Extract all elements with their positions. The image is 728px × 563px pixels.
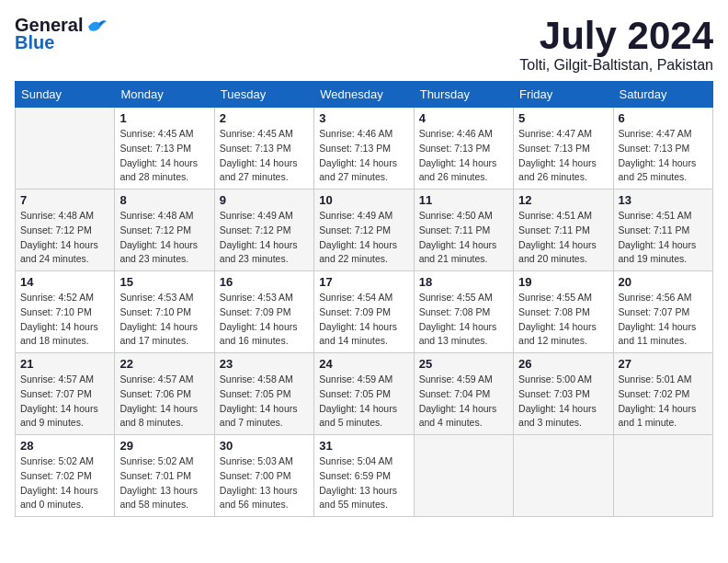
day-info: Sunrise: 4:47 AMSunset: 7:13 PMDaylight:…: [518, 127, 608, 185]
header-saturday: Saturday: [613, 82, 712, 108]
day-info: Sunrise: 4:46 AMSunset: 7:13 PMDaylight:…: [319, 127, 408, 185]
calendar-cell: 17Sunrise: 4:54 AMSunset: 7:09 PMDayligh…: [314, 271, 414, 353]
calendar-cell: 22Sunrise: 4:57 AMSunset: 7:06 PMDayligh…: [115, 353, 214, 435]
day-number: 2: [220, 111, 309, 125]
day-number: 5: [518, 111, 608, 125]
calendar-cell: 26Sunrise: 5:00 AMSunset: 7:03 PMDayligh…: [514, 353, 613, 435]
calendar-cell: 31Sunrise: 5:04 AMSunset: 6:59 PMDayligh…: [314, 435, 414, 517]
day-number: 30: [220, 439, 309, 453]
day-info: Sunrise: 4:57 AMSunset: 7:07 PMDaylight:…: [20, 373, 109, 431]
day-info: Sunrise: 4:55 AMSunset: 7:08 PMDaylight:…: [419, 291, 508, 349]
day-info: Sunrise: 4:56 AMSunset: 7:07 PMDaylight:…: [619, 291, 708, 349]
day-number: 15: [119, 275, 209, 289]
day-number: 25: [419, 357, 508, 371]
day-number: 28: [20, 439, 109, 453]
logo-blue-text: Blue: [15, 32, 54, 53]
header-monday: Monday: [115, 82, 214, 108]
day-number: 24: [319, 357, 408, 371]
calendar-cell: 29Sunrise: 5:02 AMSunset: 7:01 PMDayligh…: [115, 435, 214, 517]
logo-bird-icon: [86, 17, 107, 34]
calendar-week-row: 21Sunrise: 4:57 AMSunset: 7:07 PMDayligh…: [16, 353, 713, 435]
day-number: 9: [220, 193, 309, 207]
calendar-cell: 19Sunrise: 4:55 AMSunset: 7:08 PMDayligh…: [514, 271, 613, 353]
day-info: Sunrise: 4:48 AMSunset: 7:12 PMDaylight:…: [119, 209, 209, 267]
month-title: July 2024: [519, 15, 713, 57]
day-number: 22: [119, 357, 209, 371]
calendar-cell: 13Sunrise: 4:51 AMSunset: 7:11 PMDayligh…: [613, 190, 712, 271]
calendar-cell: 24Sunrise: 4:59 AMSunset: 7:05 PMDayligh…: [314, 353, 414, 435]
calendar-cell: 14Sunrise: 4:52 AMSunset: 7:10 PMDayligh…: [16, 271, 115, 353]
calendar-week-row: 1Sunrise: 4:45 AMSunset: 7:13 PMDaylight…: [16, 108, 713, 190]
day-info: Sunrise: 4:54 AMSunset: 7:09 PMDaylight:…: [319, 291, 408, 349]
weekday-header-row: Sunday Monday Tuesday Wednesday Thursday…: [16, 82, 713, 108]
calendar-cell: 1Sunrise: 4:45 AMSunset: 7:13 PMDaylight…: [115, 108, 214, 190]
calendar-cell: 12Sunrise: 4:51 AMSunset: 7:11 PMDayligh…: [514, 190, 613, 271]
header-thursday: Thursday: [414, 82, 513, 108]
calendar-table: Sunday Monday Tuesday Wednesday Thursday…: [15, 81, 713, 517]
calendar-cell: 2Sunrise: 4:45 AMSunset: 7:13 PMDaylight…: [214, 108, 313, 190]
logo: General Blue: [15, 15, 107, 53]
calendar-cell: [414, 435, 513, 517]
day-info: Sunrise: 5:00 AMSunset: 7:03 PMDaylight:…: [518, 373, 608, 431]
title-area: July 2024 Tolti, Gilgit-Baltistan, Pakis…: [519, 15, 713, 74]
calendar-cell: 23Sunrise: 4:58 AMSunset: 7:05 PMDayligh…: [214, 353, 313, 435]
calendar-cell: 9Sunrise: 4:49 AMSunset: 7:12 PMDaylight…: [214, 190, 313, 271]
page-container: General Blue July 2024 Tolti, Gilgit-Bal…: [15, 15, 713, 517]
day-number: 4: [419, 111, 508, 125]
calendar-week-row: 14Sunrise: 4:52 AMSunset: 7:10 PMDayligh…: [16, 271, 713, 353]
day-number: 13: [619, 193, 708, 207]
calendar-cell: 27Sunrise: 5:01 AMSunset: 7:02 PMDayligh…: [613, 353, 712, 435]
day-info: Sunrise: 4:58 AMSunset: 7:05 PMDaylight:…: [220, 373, 309, 431]
calendar-week-row: 28Sunrise: 5:02 AMSunset: 7:02 PMDayligh…: [16, 435, 713, 517]
day-info: Sunrise: 5:01 AMSunset: 7:02 PMDaylight:…: [619, 373, 708, 431]
day-number: 17: [319, 275, 408, 289]
day-number: 3: [319, 111, 408, 125]
day-info: Sunrise: 5:02 AMSunset: 7:02 PMDaylight:…: [20, 454, 109, 512]
calendar-cell: 21Sunrise: 4:57 AMSunset: 7:07 PMDayligh…: [16, 353, 115, 435]
day-number: 1: [119, 111, 209, 125]
day-number: 12: [518, 193, 608, 207]
day-number: 11: [419, 193, 508, 207]
calendar-cell: 8Sunrise: 4:48 AMSunset: 7:12 PMDaylight…: [115, 190, 214, 271]
day-info: Sunrise: 4:53 AMSunset: 7:09 PMDaylight:…: [220, 291, 309, 349]
day-number: 21: [20, 357, 109, 371]
calendar-cell: [613, 435, 712, 517]
calendar-cell: [514, 435, 613, 517]
calendar-cell: 30Sunrise: 5:03 AMSunset: 7:00 PMDayligh…: [214, 435, 313, 517]
day-info: Sunrise: 4:51 AMSunset: 7:11 PMDaylight:…: [518, 209, 608, 267]
day-info: Sunrise: 4:59 AMSunset: 7:05 PMDaylight:…: [319, 373, 408, 431]
day-info: Sunrise: 5:02 AMSunset: 7:01 PMDaylight:…: [119, 454, 209, 512]
calendar-cell: 25Sunrise: 4:59 AMSunset: 7:04 PMDayligh…: [414, 353, 513, 435]
day-number: 26: [518, 357, 608, 371]
day-info: Sunrise: 4:57 AMSunset: 7:06 PMDaylight:…: [119, 373, 209, 431]
day-number: 8: [119, 193, 209, 207]
day-info: Sunrise: 4:47 AMSunset: 7:13 PMDaylight:…: [619, 127, 708, 185]
day-info: Sunrise: 4:52 AMSunset: 7:10 PMDaylight:…: [20, 291, 109, 349]
day-info: Sunrise: 4:49 AMSunset: 7:12 PMDaylight:…: [319, 209, 408, 267]
day-number: 14: [20, 275, 109, 289]
day-number: 18: [419, 275, 508, 289]
header: General Blue July 2024 Tolti, Gilgit-Bal…: [15, 15, 713, 74]
calendar-cell: 10Sunrise: 4:49 AMSunset: 7:12 PMDayligh…: [314, 190, 414, 271]
calendar-cell: 16Sunrise: 4:53 AMSunset: 7:09 PMDayligh…: [214, 271, 313, 353]
day-number: 7: [20, 193, 109, 207]
header-wednesday: Wednesday: [314, 82, 414, 108]
day-number: 19: [518, 275, 608, 289]
day-info: Sunrise: 4:51 AMSunset: 7:11 PMDaylight:…: [619, 209, 708, 267]
header-friday: Friday: [514, 82, 613, 108]
day-info: Sunrise: 4:50 AMSunset: 7:11 PMDaylight:…: [419, 209, 508, 267]
location: Tolti, Gilgit-Baltistan, Pakistan: [519, 57, 713, 74]
calendar-cell: 15Sunrise: 4:53 AMSunset: 7:10 PMDayligh…: [115, 271, 214, 353]
day-info: Sunrise: 4:46 AMSunset: 7:13 PMDaylight:…: [419, 127, 508, 185]
calendar-cell: 18Sunrise: 4:55 AMSunset: 7:08 PMDayligh…: [414, 271, 513, 353]
day-number: 10: [319, 193, 408, 207]
day-info: Sunrise: 5:04 AMSunset: 6:59 PMDaylight:…: [319, 454, 408, 512]
header-sunday: Sunday: [16, 82, 115, 108]
day-info: Sunrise: 4:49 AMSunset: 7:12 PMDaylight:…: [220, 209, 309, 267]
calendar-cell: [16, 108, 115, 190]
day-info: Sunrise: 5:03 AMSunset: 7:00 PMDaylight:…: [220, 454, 309, 512]
day-info: Sunrise: 4:53 AMSunset: 7:10 PMDaylight:…: [119, 291, 209, 349]
calendar-cell: 7Sunrise: 4:48 AMSunset: 7:12 PMDaylight…: [16, 190, 115, 271]
day-number: 23: [220, 357, 309, 371]
day-number: 31: [319, 439, 408, 453]
